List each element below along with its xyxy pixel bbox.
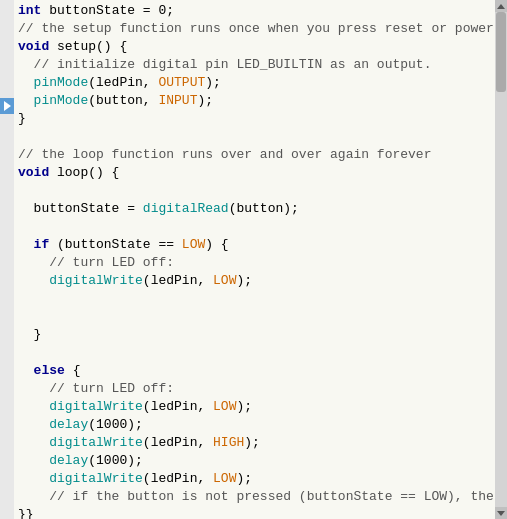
scrollbar-arrow-up[interactable] [495, 0, 507, 12]
code-line: buttonState = digitalRead(button); [18, 200, 491, 218]
code-line: } [18, 326, 491, 344]
code-line: }} [18, 506, 491, 519]
editor-container: int buttonState = 0;// the setup functio… [0, 0, 507, 519]
scrollbar-arrow-down[interactable] [495, 507, 507, 519]
svg-marker-1 [497, 511, 505, 516]
code-line: // turn LED off: [18, 254, 491, 272]
code-line: // turn LED off: [18, 380, 491, 398]
code-line: else { [18, 362, 491, 380]
code-line [18, 218, 491, 236]
code-line: // the setup function runs once when you… [18, 20, 491, 38]
code-line [18, 128, 491, 146]
code-line: pinMode(button, INPUT); [18, 92, 491, 110]
code-line: delay(1000); [18, 416, 491, 434]
code-line: delay(1000); [18, 452, 491, 470]
gutter [0, 0, 14, 519]
code-line: // initialize digital pin LED_BUILTIN as… [18, 56, 491, 74]
code-line: digitalWrite(ledPin, LOW); [18, 272, 491, 290]
code-line: void loop() { [18, 164, 491, 182]
scrollbar-thumb[interactable] [496, 12, 506, 92]
vertical-scrollbar[interactable] [495, 0, 507, 519]
code-line: digitalWrite(ledPin, LOW); [18, 398, 491, 416]
code-line [18, 308, 491, 326]
code-line [18, 182, 491, 200]
code-line: int buttonState = 0; [18, 2, 491, 20]
gutter-mark [0, 98, 14, 114]
code-line: // if the button is not pressed (buttonS… [18, 488, 491, 506]
code-line [18, 344, 491, 362]
code-line: digitalWrite(ledPin, HIGH); [18, 434, 491, 452]
code-line [18, 290, 491, 308]
code-line: digitalWrite(ledPin, LOW); [18, 470, 491, 488]
code-line: void setup() { [18, 38, 491, 56]
gutter-arrow-icon [4, 101, 11, 111]
code-line: // the loop function runs over and over … [18, 146, 491, 164]
code-line: pinMode(ledPin, OUTPUT); [18, 74, 491, 92]
code-line: } [18, 110, 491, 128]
svg-marker-0 [497, 4, 505, 9]
code-area[interactable]: int buttonState = 0;// the setup functio… [14, 0, 495, 519]
code-line: if (buttonState == LOW) { [18, 236, 491, 254]
